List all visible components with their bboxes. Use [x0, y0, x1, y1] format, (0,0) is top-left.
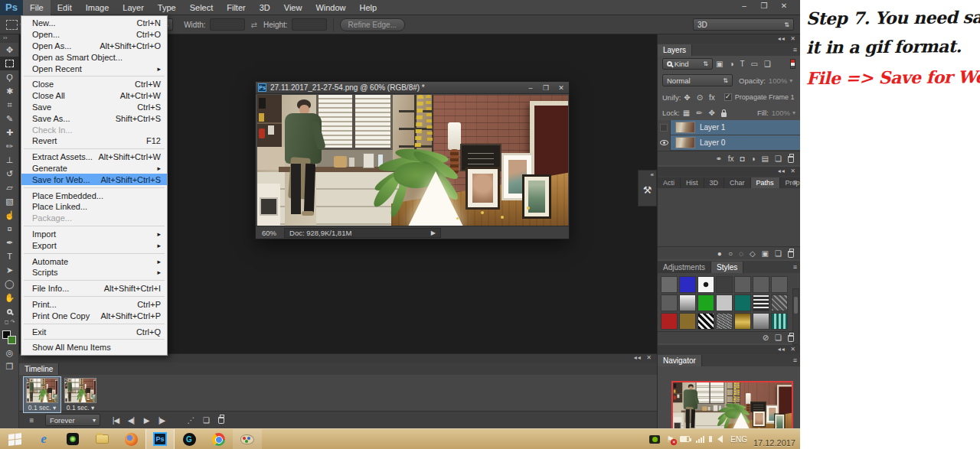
new-style-icon[interactable]: ❏	[775, 333, 782, 342]
menubar-item-layer[interactable]: Layer	[116, 0, 151, 15]
tab-char[interactable]: Char	[724, 177, 751, 188]
kind-filter-dropdown[interactable]: Kind ⇅	[662, 58, 713, 70]
frame-settings-icon[interactable]: ≡	[24, 416, 39, 425]
tab-acti[interactable]: Acti	[658, 177, 681, 188]
style-swatch-3[interactable]	[697, 276, 714, 293]
tool-quick-selection[interactable]: ✱	[0, 84, 19, 98]
style-swatch-17[interactable]	[697, 313, 714, 330]
chrome-icon[interactable]	[204, 429, 233, 449]
file-menu-item-open-[interactable]: Open...Ctrl+O	[21, 29, 167, 41]
fill-value[interactable]: 100%	[772, 109, 790, 117]
doc-close-button[interactable]: ✕	[554, 84, 569, 92]
status-flyout-icon[interactable]: ▶	[431, 229, 436, 236]
file-menu-item-file-info-[interactable]: File Info...Alt+Shift+Ctrl+I	[21, 283, 167, 294]
restore-button[interactable]: ❐	[754, 0, 774, 12]
add-layer-mask-icon[interactable]: ◘	[740, 155, 744, 163]
minimize-button[interactable]: –	[734, 0, 754, 12]
transport-previous-frame-button[interactable]: ◀|	[123, 416, 139, 425]
file-menu-item-close-all[interactable]: Close AllAlt+Ctrl+W	[21, 90, 167, 102]
tool-eyedropper[interactable]: ✎	[0, 112, 19, 125]
document-canvas[interactable]	[257, 95, 568, 226]
tab-layers[interactable]: Layers	[658, 44, 692, 56]
tab-styles[interactable]: Styles	[711, 262, 743, 273]
make-work-path-icon[interactable]: ◇	[750, 249, 756, 258]
transport-first-frame-button[interactable]: |◀	[108, 416, 123, 425]
lock-position-icon[interactable]: ✥	[709, 109, 715, 117]
clear-style-icon[interactable]: ⊘	[763, 333, 769, 342]
tab-timeline[interactable]: Timeline	[19, 363, 59, 375]
new-layer-icon[interactable]: ❏	[775, 155, 782, 163]
swap-dimensions-icon[interactable]: ⇄	[251, 21, 257, 29]
document-title-bar[interactable]: Ps 27.11.2017_21-27-54.png @ 60% (RGB/8#…	[256, 82, 569, 94]
lock-all-icon[interactable]	[721, 109, 727, 117]
panel-menu-icon[interactable]: ≡	[793, 178, 797, 186]
height-input[interactable]	[292, 18, 327, 31]
delete-path-icon[interactable]	[788, 249, 794, 258]
menubar-item-help[interactable]: Help	[353, 0, 384, 15]
file-menu-item-revert[interactable]: RevertF12	[21, 135, 167, 147]
quick-mask-button[interactable]: ◎	[0, 346, 19, 360]
delete-layer-icon[interactable]	[788, 155, 794, 163]
tool-ellipse-shape[interactable]: ◯	[0, 277, 19, 291]
loop-dropdown[interactable]: Forever▾	[45, 414, 100, 426]
tool-brush[interactable]: ✏	[0, 139, 19, 153]
new-adjustment-layer-icon[interactable]: ◑	[751, 155, 756, 163]
transport-next-frame-button[interactable]: |▶	[154, 416, 169, 425]
duplicate-frame-button[interactable]: ❏	[198, 416, 214, 425]
panel-menu-icon[interactable]: ≡	[793, 46, 797, 54]
menubar-item-view[interactable]: View	[277, 0, 309, 15]
tool-move[interactable]: ✥	[0, 43, 19, 57]
tool-pen[interactable]: ✒	[0, 236, 19, 249]
shape-layer-filter-icon[interactable]: ▭	[751, 60, 758, 68]
link-layers-icon[interactable]: ⚭	[715, 155, 721, 163]
internet-explorer-icon[interactable]: e	[29, 429, 58, 449]
language-indicator[interactable]: ENG	[730, 435, 747, 444]
style-swatch-11[interactable]	[716, 294, 733, 311]
file-menu-item-exit[interactable]: ExitCtrl+Q	[21, 326, 167, 337]
background-color-swatch[interactable]	[8, 336, 16, 344]
fill-path-icon[interactable]: ●	[717, 249, 722, 258]
style-swatch-12[interactable]	[734, 294, 751, 311]
style-swatch-9[interactable]	[679, 294, 696, 311]
delete-style-icon[interactable]	[788, 333, 794, 342]
style-swatch-4[interactable]	[716, 276, 733, 293]
tool-spot-healing-brush[interactable]: ✚	[0, 125, 19, 139]
gom-player-icon[interactable]: G	[175, 429, 204, 449]
layer-row-layer-0[interactable]: Layer 0	[658, 135, 800, 151]
gpu-tray-icon[interactable]	[649, 435, 660, 444]
panel-menu-icon[interactable]: ≡	[793, 263, 797, 271]
file-menu-item-automate[interactable]: Automate▸	[21, 255, 167, 267]
type-layer-filter-icon[interactable]: T	[740, 60, 745, 68]
tool-clone-stamp[interactable]: ⊥	[0, 153, 19, 167]
tool-preset-icon[interactable]	[6, 20, 18, 30]
timeline-frame-2[interactable]: 2	[62, 377, 99, 412]
adjustment-layer-filter-icon[interactable]: ◑	[729, 60, 733, 68]
width-input[interactable]	[210, 18, 245, 31]
new-path-icon[interactable]: ❏	[775, 249, 782, 258]
tab-3d[interactable]: 3D	[704, 177, 725, 188]
style-swatch-19[interactable]	[734, 313, 751, 330]
file-menu-item-place-linked-[interactable]: Place Linked...	[21, 201, 167, 213]
menubar-item-select[interactable]: Select	[183, 0, 220, 15]
tab-navigator[interactable]: Navigator	[658, 355, 702, 366]
lock-transparency-icon[interactable]: ▦	[683, 109, 690, 117]
style-swatch-15[interactable]	[661, 313, 678, 330]
stroke-path-icon[interactable]: ○	[728, 249, 733, 258]
network-signal-icon[interactable]	[696, 435, 705, 443]
workspace-dropdown[interactable]: 3D⇅	[693, 18, 794, 31]
lock-pixels-icon[interactable]: ✏	[696, 109, 702, 117]
volume-icon[interactable]	[717, 435, 723, 443]
file-menu-item-close[interactable]: CloseCtrl+W	[21, 79, 167, 90]
tool-eraser[interactable]: ▱	[0, 181, 19, 194]
file-menu-item-export[interactable]: Export▸	[21, 239, 167, 251]
menubar-item-image[interactable]: Image	[79, 0, 116, 15]
tool-type[interactable]: T	[0, 249, 19, 263]
style-swatch-2[interactable]	[679, 276, 696, 293]
navigator-dock-header[interactable]: ◂◂ ✕	[658, 345, 800, 354]
tab-adjustments[interactable]: Adjustments	[658, 262, 711, 273]
style-swatch-20[interactable]	[753, 313, 769, 330]
file-explorer-icon[interactable]	[87, 429, 116, 449]
file-menu-item-open-as-[interactable]: Open As...Alt+Shift+Ctrl+O	[21, 41, 167, 52]
file-menu-item-place-embedded-[interactable]: Place Embedded...	[21, 190, 167, 201]
menubar-item-file[interactable]: File	[23, 0, 51, 15]
